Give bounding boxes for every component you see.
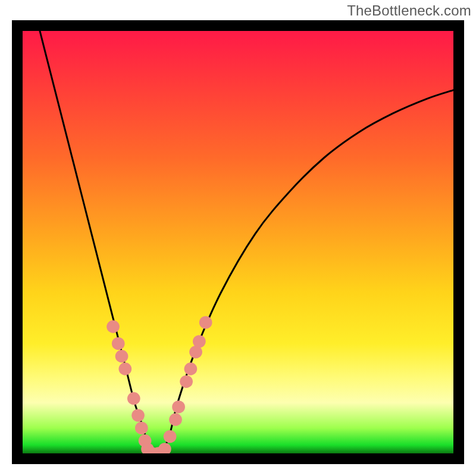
highlight-point	[115, 350, 129, 362]
highlight-point	[135, 422, 148, 434]
highlight-point	[169, 414, 182, 426]
plot-frame	[12, 20, 464, 464]
highlight-point	[180, 375, 193, 388]
highlight-point	[112, 337, 125, 350]
marker-group	[107, 316, 212, 453]
highlight-point	[127, 392, 140, 405]
highlight-point	[158, 443, 171, 453]
highlight-point	[118, 362, 131, 375]
highlight-point	[131, 409, 145, 421]
curve-layer	[23, 31, 453, 453]
highlight-point	[193, 335, 206, 347]
highlight-point	[199, 316, 212, 328]
highlight-point	[184, 362, 198, 375]
watermark-label: TheBottleneck.com	[347, 2, 471, 19]
highlight-point	[172, 400, 185, 413]
chart-container: TheBottleneck.com	[0, 0, 476, 476]
plot-area	[23, 31, 453, 453]
highlight-point	[107, 320, 120, 333]
highlight-point	[164, 430, 177, 443]
bottleneck-curve	[40, 31, 453, 453]
